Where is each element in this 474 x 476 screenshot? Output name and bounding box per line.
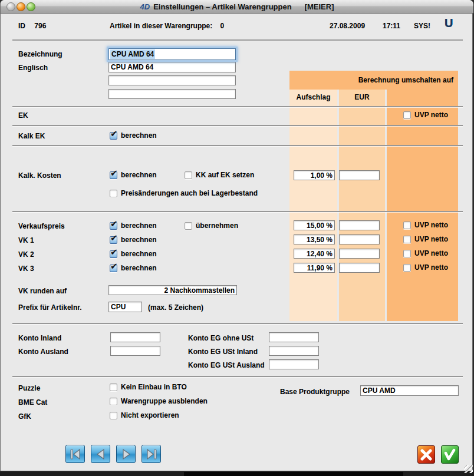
uebernehmen-checkbox[interactable] [185, 222, 192, 230]
previous-record-button[interactable] [91, 445, 110, 463]
konto-ausland-input[interactable] [110, 346, 160, 356]
base-produktgruppe-label: Base Produktgruppe [280, 388, 350, 396]
header-date: 27.08.2009 [330, 22, 365, 30]
vk1-uvp-checkbox[interactable] [403, 236, 411, 243]
vk1-uvp-row: UVP netto [403, 235, 448, 243]
separator [12, 39, 463, 41]
preisaenderungen-checkbox[interactable] [110, 190, 117, 197]
preisaenderungen-label: Preisänderungen auch bei Lagerbestand [121, 189, 258, 197]
konto-eg-ust-ausland-label: Konto EG USt Ausland [188, 361, 265, 369]
kalk-kosten-aufschlag-input[interactable] [294, 170, 335, 180]
prefix-hint: (max. 5 Zeichen) [148, 303, 203, 312]
next-record-button[interactable] [116, 445, 136, 463]
verkaufspreis-berechnen-checkbox[interactable] [110, 222, 117, 230]
puzzle-checkbox[interactable] [110, 384, 117, 391]
sys-label: SYS! [414, 22, 430, 30]
verkaufspreis-berechnen-row: berechnen [110, 222, 157, 230]
gfk-label: GfK [18, 412, 31, 421]
konto-eg-ohne-input[interactable] [269, 332, 319, 342]
record-id-label: ID [18, 22, 25, 30]
bezeichnung-input[interactable]: CPU AMD 64 [108, 48, 236, 60]
window-title-text: Einstellungen – Artikel Warengruppen [153, 2, 292, 11]
eur-column-header: EUR [339, 90, 385, 105]
gfk-cb-label: Nicht exportieren [121, 411, 179, 419]
name-line3-input[interactable] [108, 75, 236, 85]
konto-eg-ohne-label: Konto EG ohne USt [188, 334, 254, 342]
first-record-button[interactable] [65, 445, 85, 463]
bme-cat-cb-label: Warengruppe ausblenden [121, 397, 208, 405]
cancel-x-icon [420, 448, 433, 461]
vk3-uvp-checkbox[interactable] [403, 264, 411, 272]
last-record-button[interactable] [141, 445, 161, 463]
prefix-input[interactable] [108, 302, 142, 312]
vk3-berechnen-checkbox[interactable] [110, 265, 117, 272]
bme-cat-checkbox[interactable] [110, 398, 117, 405]
kalk-ek-berechnen-checkbox[interactable] [110, 132, 117, 140]
vk-runden-input[interactable] [108, 285, 237, 295]
konto-inland-input[interactable] [110, 332, 160, 342]
vk2-aufschlag-input[interactable] [294, 249, 335, 259]
kalk-kosten-berechnen-label: berechnen [121, 171, 157, 179]
kalk-kosten-berechnen-row: berechnen [110, 171, 157, 179]
title-bar[interactable]: 4D Einstellungen – Artikel Warengruppen … [1, 0, 473, 14]
prefix-label: Prefix für Artikelnr. [18, 303, 82, 312]
konto-eg-ust-inland-input[interactable] [269, 346, 319, 356]
zoom-window-icon[interactable] [27, 2, 35, 11]
aufschlag-column-header: Aufschlag [289, 90, 337, 105]
verkaufspreis-eur-input[interactable] [339, 220, 380, 230]
konto-ausland-label: Konto Ausland [18, 348, 68, 356]
vk3-aufschlag-input[interactable] [294, 263, 335, 273]
vk2-berechnen-checkbox[interactable] [110, 250, 117, 258]
kalk-ek-label: Kalk EK [18, 132, 45, 140]
vk3-berechnen-label: berechnen [121, 264, 157, 272]
ok-button[interactable] [441, 445, 459, 464]
4d-logo-icon: 4D [140, 2, 150, 11]
englisch-input[interactable] [108, 62, 236, 72]
vk2-uvp-row: UVP netto [403, 249, 448, 257]
separator [12, 125, 463, 126]
vk1-berechnen-row: berechnen [110, 236, 157, 244]
record-id: ID 796 [18, 22, 46, 30]
kalk-kosten-eur-input[interactable] [339, 170, 380, 180]
konto-eg-ust-ausland-input[interactable] [269, 359, 319, 369]
kalk-kosten-berechnen-checkbox[interactable] [110, 171, 117, 179]
resize-grip[interactable] [464, 465, 473, 473]
last-record-icon [144, 447, 159, 461]
vk1-eur-input[interactable] [339, 234, 380, 244]
verkaufspreis-aufschlag-input[interactable] [294, 220, 335, 230]
cancel-button[interactable] [417, 445, 435, 464]
ek-uvp-netto-label: UVP netto [414, 111, 448, 119]
article-count: Artikel in dieser Warengruppe: 0 [110, 22, 224, 30]
uebernehmen-label: übernehmen [196, 222, 238, 230]
name-line4-input[interactable] [108, 89, 236, 99]
eur-column: EUR [339, 90, 385, 321]
vk3-uvp-row: UVP netto [403, 263, 448, 272]
vk2-eur-input[interactable] [339, 249, 380, 259]
separator [12, 323, 463, 324]
close-window-icon[interactable] [6, 2, 15, 11]
verkaufspreis-label: Verkaufspreis [18, 222, 65, 230]
record-id-value: 796 [34, 22, 46, 30]
vk-runden-label: VK runden auf [18, 287, 67, 295]
first-record-icon [68, 447, 83, 461]
kalk-ek-berechnen-label: berechnen [121, 131, 157, 140]
gfk-checkbox[interactable] [110, 412, 117, 419]
kk-auf-ek-label: KK auf EK setzen [196, 171, 254, 179]
verkaufspreis-uvp-checkbox[interactable] [403, 222, 411, 229]
vk1-berechnen-checkbox[interactable] [110, 236, 117, 244]
window-title: 4D Einstellungen – Artikel Warengruppen … [140, 2, 334, 11]
vk2-uvp-checkbox[interactable] [403, 250, 411, 257]
next-record-icon [119, 447, 133, 461]
minimize-window-icon[interactable] [17, 2, 25, 11]
user-logout-icon[interactable]: U [445, 16, 452, 30]
ek-uvp-netto-checkbox[interactable] [403, 111, 411, 119]
vk3-uvp-label: UVP netto [414, 263, 448, 272]
uvp-column [387, 90, 458, 321]
englisch-label: Englisch [18, 64, 48, 72]
vk1-aufschlag-input[interactable] [294, 234, 335, 244]
vk2-berechnen-row: berechnen [110, 250, 157, 258]
base-produktgruppe-input[interactable] [360, 385, 459, 396]
vk3-eur-input[interactable] [339, 263, 380, 273]
bme-cat-label: BME Cat [18, 398, 47, 406]
kk-auf-ek-checkbox[interactable] [185, 171, 192, 179]
